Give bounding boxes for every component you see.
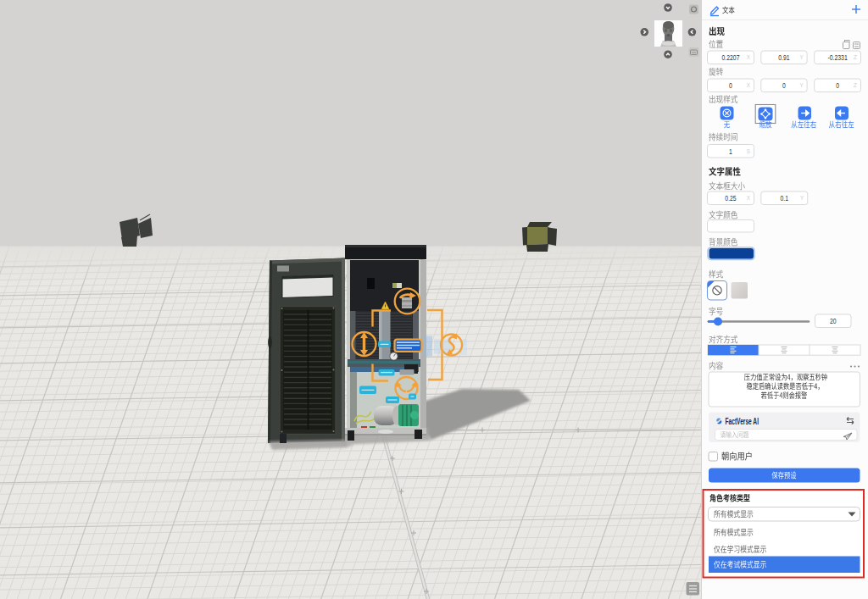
svg-text:Y: Y (799, 82, 804, 88)
svg-text:S: S (747, 148, 751, 154)
svg-text:FactVerse AI: FactVerse AI (726, 417, 760, 426)
svg-text:0: 0 (836, 80, 839, 90)
svg-text:Z: Z (854, 54, 857, 60)
svg-text:20: 20 (830, 316, 837, 325)
svg-text:0.2207: 0.2207 (722, 53, 740, 62)
svg-text:X: X (747, 82, 751, 88)
svg-text:Y: Y (799, 54, 804, 60)
svg-text:0.1: 0.1 (781, 193, 789, 202)
svg-text:X: X (747, 54, 751, 60)
svg-text:0.25: 0.25 (725, 193, 736, 202)
svg-text:Y: Y (800, 195, 804, 201)
svg-text:0: 0 (782, 80, 786, 90)
svg-text:0.91: 0.91 (778, 53, 789, 62)
svg-text:1: 1 (729, 147, 732, 156)
svg-text:-0.2331: -0.2331 (827, 53, 847, 62)
svg-text:0: 0 (729, 80, 732, 90)
svg-text:Z: Z (854, 82, 857, 88)
svg-text:X: X (747, 195, 751, 201)
